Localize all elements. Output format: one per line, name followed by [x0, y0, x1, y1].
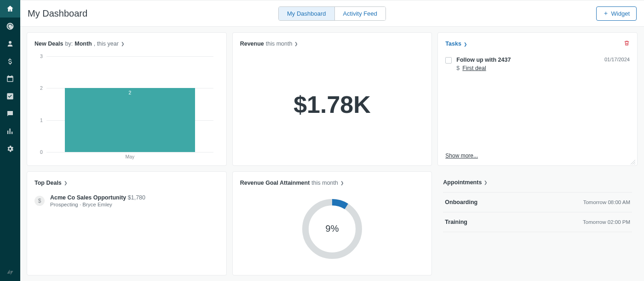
- card-top-deals: Top Deals ❯ $Acme Co Sales Opportunity $…: [27, 171, 227, 275]
- gear-icon: [6, 145, 14, 153]
- card-new-deals: New Deals by: Month, this year ❯ 01232Ma…: [27, 32, 227, 166]
- topbar: My Dashboard My Dashboard Activity Feed …: [20, 0, 644, 27]
- appointments-title: Appointments: [443, 179, 482, 186]
- goal-percent-label: 9%: [300, 197, 364, 261]
- tab-my-dashboard[interactable]: My Dashboard: [279, 7, 334, 20]
- chevron-right-icon: ❯: [464, 41, 467, 46]
- nav-settings[interactable]: [0, 140, 20, 158]
- bar-chart-icon: [6, 127, 14, 135]
- chevron-right-icon: ❯: [64, 180, 68, 185]
- goal-donut: 9%: [240, 186, 425, 271]
- dashboard-grid: New Deals by: Month, this year ❯ 01232Ma…: [20, 27, 644, 281]
- chevron-right-icon: ❯: [295, 41, 299, 46]
- task-date: 01/17/2024: [604, 57, 630, 62]
- appointments-list: OnboardingTomorrow 08:00 AMTrainingTomor…: [443, 186, 632, 232]
- deal-row[interactable]: $Acme Co Sales Opportunity $1,780Prospec…: [34, 194, 219, 207]
- appointment-row[interactable]: TrainingTomorrow 02:00 PM: [443, 212, 632, 232]
- card-head-appointments[interactable]: Appointments ❯: [443, 179, 632, 186]
- card-head-top-deals[interactable]: Top Deals ❯: [34, 179, 219, 186]
- tab-activity-feed[interactable]: Activity Feed: [334, 7, 385, 20]
- tasks-title: Tasks: [445, 41, 461, 47]
- dollar-icon: $: [34, 196, 45, 206]
- nav-logo[interactable]: [0, 263, 20, 281]
- nav-comms[interactable]: [0, 105, 20, 123]
- chevron-right-icon: ❯: [121, 41, 125, 46]
- new-deals-chart: 01232May: [34, 56, 219, 162]
- revenue-value: $1.78K: [240, 47, 425, 162]
- sidebar: [0, 0, 20, 281]
- card-appointments: Appointments ❯ OnboardingTomorrow 08:00 …: [437, 171, 638, 275]
- nav-reports[interactable]: [0, 123, 20, 140]
- task-checkbox[interactable]: [445, 57, 452, 64]
- card-revenue: Revenue this month ❯ $1.78K: [232, 32, 432, 166]
- person-icon: [6, 40, 14, 48]
- deal-amount: $1,780: [128, 194, 145, 201]
- deal-meta: Prospecting · Bryce Emley: [50, 202, 145, 207]
- x-tick-label: May: [125, 154, 134, 159]
- chat-icon: [6, 110, 14, 118]
- top-deals-list: $Acme Co Sales Opportunity $1,780Prospec…: [34, 186, 219, 207]
- chevron-right-icon: ❯: [340, 180, 344, 185]
- add-widget-label: Widget: [611, 10, 630, 17]
- add-widget-button[interactable]: Widget: [596, 6, 637, 21]
- trash-icon: [624, 40, 630, 46]
- dollar-icon: [6, 57, 14, 65]
- plus-icon: [603, 11, 609, 16]
- nav-tasks[interactable]: [0, 88, 20, 105]
- nav-home[interactable]: [0, 0, 20, 18]
- new-deals-title: New Deals: [34, 41, 63, 47]
- appointment-time: Tomorrow 08:00 AM: [583, 199, 630, 205]
- dollar-icon: $: [456, 65, 460, 71]
- delete-widget-button[interactable]: [624, 40, 630, 47]
- home-icon: [6, 5, 14, 13]
- card-goal-attainment: Revenue Goal Attainment this month ❯ 9%: [232, 171, 432, 275]
- main: My Dashboard My Dashboard Activity Feed …: [20, 0, 644, 281]
- task-row[interactable]: Follow up with 2437$First deal01/17/2024: [445, 57, 630, 71]
- appointment-name: Training: [445, 219, 467, 225]
- nav-contacts[interactable]: [0, 35, 20, 53]
- page-title: My Dashboard: [28, 8, 87, 19]
- task-title: Follow up with 2437: [456, 57, 604, 63]
- resize-handle-icon[interactable]: [631, 160, 635, 164]
- tasks-show-more[interactable]: Show more...: [445, 152, 630, 162]
- appointment-time: Tomorrow 02:00 PM: [583, 219, 630, 225]
- tasks-list: Follow up with 2437$First deal01/17/2024: [445, 57, 630, 152]
- nav-deals[interactable]: [0, 53, 20, 70]
- nav-calendar[interactable]: [0, 70, 20, 88]
- view-segmented-control: My Dashboard Activity Feed: [278, 6, 386, 21]
- appointment-row[interactable]: OnboardingTomorrow 08:00 AM: [443, 192, 632, 212]
- task-deal-link[interactable]: First deal: [462, 65, 486, 71]
- chevron-right-icon: ❯: [484, 180, 488, 185]
- appointment-name: Onboarding: [445, 199, 477, 205]
- top-deals-title: Top Deals: [34, 180, 62, 186]
- revenue-title: Revenue: [240, 41, 264, 47]
- card-tasks: Tasks ❯ Follow up with 2437$First deal01…: [437, 32, 638, 166]
- check-square-icon: [6, 92, 14, 100]
- card-head-goal[interactable]: Revenue Goal Attainment this month ❯: [240, 179, 425, 186]
- target-icon: [6, 22, 14, 30]
- card-head-revenue[interactable]: Revenue this month ❯: [240, 40, 425, 47]
- zendesk-icon: [6, 268, 14, 276]
- goal-title: Revenue Goal Attainment: [240, 180, 310, 186]
- bar-value-label: 2: [128, 90, 131, 95]
- bar[interactable]: 2: [65, 88, 195, 152]
- deal-name: Acme Co Sales Opportunity: [50, 194, 128, 201]
- calendar-icon: [6, 75, 14, 83]
- card-head-new-deals[interactable]: New Deals by: Month, this year ❯: [34, 40, 219, 47]
- nav-leads[interactable]: [0, 18, 20, 35]
- card-head-tasks[interactable]: Tasks ❯: [445, 40, 630, 47]
